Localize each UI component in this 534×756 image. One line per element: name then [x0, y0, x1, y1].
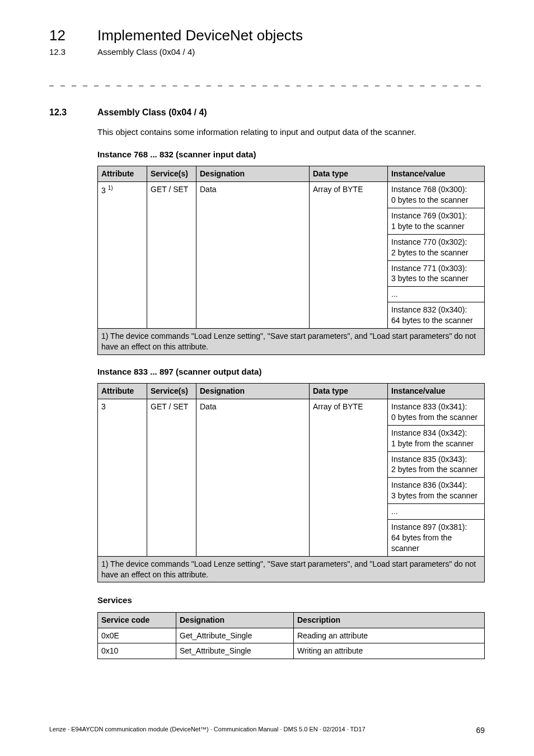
- subsection-number: 12.3: [49, 46, 97, 58]
- cell-instance: Instance 769 (0x301):1 byte to the scann…: [388, 208, 485, 235]
- th-datatype: Data type: [310, 166, 388, 182]
- cell-attribute: 3 1): [98, 182, 147, 329]
- section-title: Assembly Class (0x04 / 4): [97, 106, 207, 119]
- section-number: 12.3: [49, 106, 97, 119]
- th-instance: Instance/value: [388, 384, 485, 399]
- th-service: Service(s): [147, 166, 196, 182]
- table-footnote-row: 1) The device commands "Load Lenze setti…: [98, 329, 485, 355]
- th-service-code: Service code: [98, 612, 176, 628]
- cell-description: Reading an attribute: [294, 628, 485, 643]
- table-row: 3 1) GET / SET Data Array of BYTE Instan…: [98, 182, 485, 208]
- th-attribute: Attribute: [98, 166, 147, 182]
- cell-instance: Instance 832 (0x340):64 bytes to the sca…: [388, 302, 485, 329]
- cell-designation: Set_Attribute_Single: [176, 643, 294, 659]
- table-row: 0x10 Set_Attribute_Single Writing an att…: [98, 643, 485, 659]
- cell-instance: Instance 836 (0x344):3 bytes from the sc…: [388, 478, 485, 504]
- cell-service-code: 0x0E: [98, 628, 176, 643]
- cell-designation: Get_Attribute_Single: [176, 628, 294, 643]
- cell-instance: Instance 835 (0x343):2 bytes from the sc…: [388, 451, 485, 478]
- services-label: Services: [97, 595, 485, 606]
- cell-instance: Instance 897 (0x381):64 bytes from the s…: [388, 519, 485, 556]
- table-header-row: Attribute Service(s) Designation Data ty…: [98, 384, 485, 399]
- intro-paragraph: This object contains some information re…: [97, 127, 485, 138]
- chapter-number: 12: [49, 26, 97, 45]
- divider-rule: _ _ _ _ _ _ _ _ _ _ _ _ _ _ _ _ _ _ _ _ …: [49, 77, 485, 87]
- table1-label: Instance 768 ... 832 (scanner input data…: [97, 149, 485, 160]
- cell-instance: Instance 834 (0x342):1 byte from the sca…: [388, 425, 485, 451]
- th-datatype: Data type: [310, 384, 388, 399]
- th-service: Service(s): [147, 384, 196, 399]
- cell-service-code: 0x10: [98, 643, 176, 659]
- page-number: 69: [476, 725, 485, 736]
- cell-instance: Instance 768 (0x300):0 bytes to the scan…: [388, 182, 485, 208]
- table-header-row: Service code Designation Description: [98, 612, 485, 628]
- cell-footnote: 1) The device commands "Load Lenze setti…: [98, 329, 485, 355]
- table-row: 3 GET / SET Data Array of BYTE Instance …: [98, 399, 485, 425]
- subsection-title: Assembly Class (0x04 / 4): [97, 46, 195, 58]
- cell-service: GET / SET: [147, 399, 196, 556]
- section-heading: 12.3 Assembly Class (0x04 / 4): [49, 106, 485, 119]
- table1: Attribute Service(s) Designation Data ty…: [97, 166, 485, 354]
- footer-text: Lenze · E94AYCDN communication module (D…: [49, 725, 366, 736]
- cell-designation: Data: [196, 399, 310, 556]
- cell-instance: Instance 771 (0x303):3 bytes to the scan…: [388, 260, 485, 287]
- th-description: Description: [294, 612, 485, 628]
- cell-instance: ...: [388, 287, 485, 302]
- th-designation: Designation: [196, 384, 310, 399]
- table2: Attribute Service(s) Designation Data ty…: [97, 383, 485, 582]
- page-footer: Lenze · E94AYCDN communication module (D…: [49, 725, 485, 736]
- cell-instance: Instance 770 (0x302):2 bytes to the scan…: [388, 234, 485, 260]
- table-row: 0x0E Get_Attribute_Single Reading an att…: [98, 628, 485, 643]
- cell-instance: Instance 833 (0x341):0 bytes from the sc…: [388, 399, 485, 425]
- cell-attribute: 3: [98, 399, 147, 556]
- services-table: Service code Designation Description 0x0…: [97, 612, 485, 660]
- cell-service: GET / SET: [147, 182, 196, 329]
- cell-datatype: Array of BYTE: [310, 399, 388, 556]
- chapter-subheading: 12.3 Assembly Class (0x04 / 4): [49, 46, 485, 58]
- cell-designation: Data: [196, 182, 310, 329]
- chapter-title: Implemented DeviceNet objects: [97, 26, 303, 45]
- cell-instance: ...: [388, 504, 485, 520]
- cell-footnote: 1) The device commands "Load Lenze setti…: [98, 556, 485, 582]
- table-footnote-row: 1) The device commands "Load Lenze setti…: [98, 556, 485, 582]
- table-header-row: Attribute Service(s) Designation Data ty…: [98, 166, 485, 182]
- th-designation: Designation: [196, 166, 310, 182]
- th-instance: Instance/value: [388, 166, 485, 182]
- th-attribute: Attribute: [98, 384, 147, 399]
- table2-label: Instance 833 ... 897 (scanner output dat…: [97, 366, 485, 377]
- footnote-marker: 1): [108, 185, 113, 191]
- chapter-heading: 12 Implemented DeviceNet objects: [49, 26, 485, 45]
- th-designation: Designation: [176, 612, 294, 628]
- cell-description: Writing an attribute: [294, 643, 485, 659]
- cell-datatype: Array of BYTE: [310, 182, 388, 329]
